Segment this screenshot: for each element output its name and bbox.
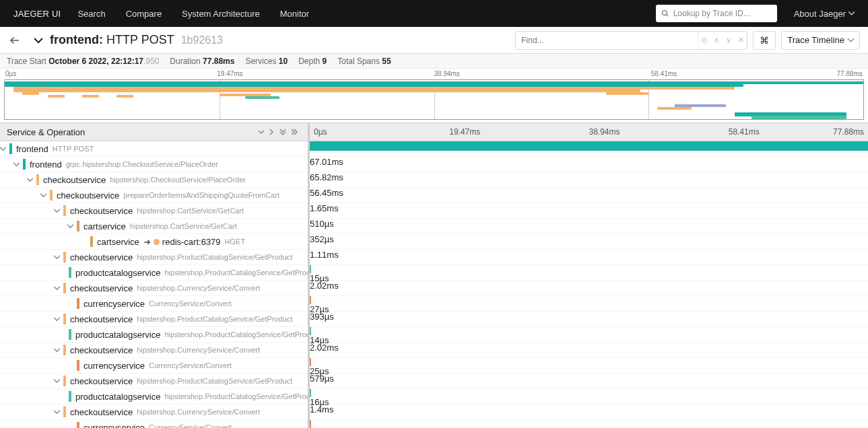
span-tree-row[interactable]: checkoutservicehipstershop.CurrencyServi… — [0, 404, 308, 420]
span-tree-row[interactable]: checkoutservicehipstershop.ProductCatalo… — [0, 373, 308, 389]
chevron-down-icon — [848, 38, 854, 42]
service-name: checkoutservice — [70, 376, 133, 386]
service-color-marker — [90, 236, 93, 247]
collapse-one-icon[interactable] — [269, 129, 279, 135]
span-bar-row[interactable]: 65.82ms — [310, 172, 868, 188]
span-bar-row[interactable] — [310, 141, 868, 157]
span-bar-row[interactable]: 15µs — [310, 265, 868, 281]
span-duration-label: 393µs — [310, 312, 868, 322]
service-color-marker — [63, 376, 66, 386]
service-color-marker — [9, 143, 12, 154]
chevron-down-icon[interactable] — [13, 162, 22, 168]
chevron-down-icon[interactable] — [40, 192, 48, 199]
service-color-marker — [69, 391, 71, 402]
collapse-all-icon[interactable] — [290, 129, 301, 135]
span-tree-row[interactable]: productcatalogservicehipstershop.Product… — [0, 389, 308, 404]
span-bar-row[interactable]: 56.45ms — [310, 188, 868, 203]
service-name: productcatalogservice — [75, 268, 160, 278]
span-tree-row[interactable]: checkoutservicehipstershop.CheckoutServi… — [0, 172, 308, 188]
span-duration-label: 65.82ms — [310, 172, 868, 182]
span-tree-row[interactable]: currencyserviceCurrencyService/Convert — [0, 296, 308, 312]
span-bar-row[interactable]: 1.65ms — [310, 203, 868, 219]
trace-minimap[interactable] — [4, 79, 864, 120]
operation-name: hipstershop.CartService/GetCart — [130, 222, 237, 230]
chevron-down-icon[interactable] — [67, 223, 75, 229]
span-tree-row[interactable]: checkoutserviceprepareOrderItemsAndShipp… — [0, 188, 308, 203]
find-target-icon[interactable]: ◎ — [698, 32, 710, 49]
chevron-down-icon[interactable] — [0, 146, 8, 152]
service-color-marker — [77, 422, 79, 428]
span-tree-row[interactable]: frontendgrpc.hipstershop.CheckoutService… — [0, 157, 308, 172]
span-bar-row[interactable]: 67.01ms — [310, 157, 868, 172]
span-tree-row[interactable]: currencyserviceCurrencyService/Convert — [0, 358, 308, 373]
span-bar-row[interactable]: 25µs — [310, 358, 868, 373]
span-bar-row[interactable]: 2.02ms — [310, 343, 868, 358]
chevron-down-icon[interactable] — [54, 208, 62, 214]
span-bar-row[interactable]: 27µs — [310, 296, 868, 312]
span-bar-row[interactable]: 2.02ms — [310, 281, 868, 296]
span-tree-row[interactable]: currencyserviceCurrencyService/Convert — [0, 420, 308, 428]
span-tree-row[interactable]: checkoutservicehipstershop.CurrencyServi… — [0, 281, 308, 296]
trace-lookup-input[interactable]: Lookup by Trace ID... — [656, 5, 777, 22]
nav-search[interactable]: Search — [77, 9, 105, 19]
find-text-input[interactable] — [516, 36, 698, 45]
span-bar-row[interactable]: 16µs — [310, 389, 868, 404]
span-bar-row[interactable]: 1.11ms — [310, 250, 868, 265]
expand-all-icon[interactable] — [279, 128, 290, 136]
span-bar-row[interactable]: 579µs — [310, 373, 868, 389]
span-bar-row[interactable]: 14µs — [310, 327, 868, 343]
span-bar — [310, 296, 311, 304]
service-name: checkoutservice — [70, 206, 133, 216]
view-dropdown[interactable]: Trace Timeline — [781, 31, 860, 50]
span-bar-row[interactable]: 510µs — [310, 219, 868, 234]
span-tree-row[interactable]: checkoutservicehipstershop.ProductCatalo… — [0, 250, 308, 265]
span-tree-row[interactable]: checkoutservicehipstershop.CurrencyServi… — [0, 343, 308, 358]
find-input[interactable]: ◎ ∧ ∨ ✕ — [515, 31, 747, 50]
span-duration-label: 2.02ms — [310, 281, 868, 291]
service-name: checkoutservice — [57, 190, 119, 201]
span-bar-row[interactable]: 393µs — [310, 312, 868, 327]
back-button[interactable] — [8, 34, 22, 47]
nav-architecture[interactable]: System Architecture — [182, 9, 260, 19]
service-name: frontend — [16, 144, 48, 154]
chevron-down-icon[interactable] — [54, 285, 62, 291]
service-color-marker — [63, 283, 66, 293]
span-tree-row[interactable]: cartservicehipstershop.CartService/GetCa… — [0, 219, 308, 234]
brand: JAEGER UI — [13, 9, 61, 19]
span-tree-row[interactable]: productcatalogservicehipstershop.Product… — [0, 327, 308, 343]
operation-name: hipstershop.ProductCatalogService/GetPro… — [164, 269, 308, 277]
span-bar-row[interactable]: 22µs — [310, 420, 868, 428]
arrow-icon: ➜ — [143, 237, 151, 247]
chevron-down-icon[interactable] — [54, 254, 62, 260]
timeline-axis: 0µs 19.47ms 38.94ms 58.41ms 77.88ms — [310, 123, 868, 141]
chevron-down-icon[interactable] — [27, 177, 35, 183]
span-tree-row[interactable]: frontendHTTP POST — [0, 141, 308, 157]
find-clear-icon[interactable]: ✕ — [735, 32, 747, 49]
operation-name: hipstershop.CurrencyService/Convert — [137, 408, 260, 416]
chevron-down-icon[interactable] — [54, 409, 62, 415]
nav-monitor[interactable]: Monitor — [280, 9, 309, 19]
shortcuts-button[interactable]: ⌘ — [753, 31, 776, 50]
span-duration-label: 510µs — [310, 219, 868, 229]
service-name: currencyservice — [84, 423, 145, 428]
service-color-marker — [77, 360, 79, 371]
chevron-down-icon[interactable] — [54, 347, 62, 353]
span-bar-row[interactable]: 1.4ms — [310, 404, 868, 420]
find-next-icon[interactable]: ∨ — [723, 32, 735, 49]
span-bar-row[interactable]: 352µs — [310, 234, 868, 250]
span-tree-row[interactable]: productcatalogservicehipstershop.Product… — [0, 265, 308, 281]
expand-one-icon[interactable] — [258, 129, 269, 135]
about-dropdown[interactable]: About Jaeger — [794, 9, 855, 19]
chevron-down-icon[interactable] — [54, 316, 62, 322]
operation-name: hipstershop.CurrencyService/Convert — [137, 284, 260, 292]
span-tree-row[interactable]: checkoutservicehipstershop.ProductCatalo… — [0, 312, 308, 327]
trace-title[interactable]: frontend: HTTP POST 1b92613 — [34, 33, 223, 47]
chevron-down-icon[interactable] — [54, 378, 62, 384]
span-tree-row[interactable]: cartservice➜redis-cart:6379HGET — [0, 234, 308, 250]
operation-name: HTTP POST — [53, 145, 94, 153]
nav-compare[interactable]: Compare — [126, 9, 162, 19]
span-tree-row[interactable]: checkoutservicehipstershop.CartService/G… — [0, 203, 308, 219]
span-bar — [310, 141, 868, 151]
span-bar — [310, 358, 311, 366]
find-prev-icon[interactable]: ∧ — [710, 32, 723, 49]
